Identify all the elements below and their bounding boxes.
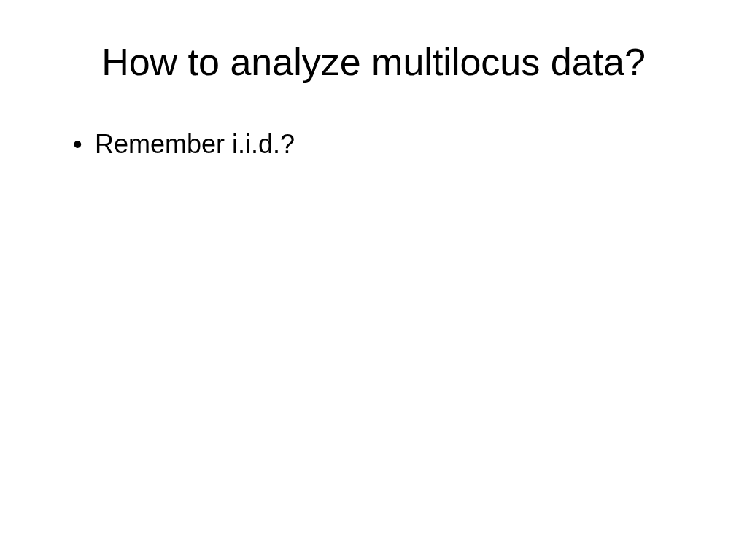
slide-content: Remember i.i.d.? <box>51 128 696 162</box>
slide-title: How to analyze multilocus data? <box>51 40 696 84</box>
bullet-item: Remember i.i.d.? <box>73 128 696 162</box>
slide-container: How to analyze multilocus data? Remember… <box>0 0 747 560</box>
bullet-list: Remember i.i.d.? <box>73 128 696 162</box>
